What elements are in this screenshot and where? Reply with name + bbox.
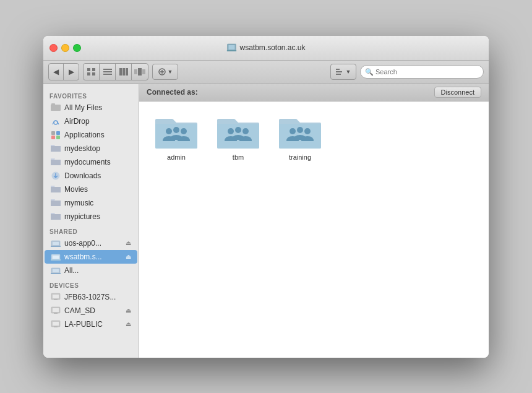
- svg-rect-9: [103, 74, 112, 75]
- connected-as-label: Connected as:: [147, 88, 198, 97]
- back-button[interactable]: ◀: [49, 64, 64, 80]
- folder-label: tbm: [233, 153, 244, 161]
- sidebar-item-uos-app[interactable]: uos-app0... ⏏: [45, 236, 137, 250]
- downloads-icon: [51, 171, 61, 181]
- sidebar-item-mypictures[interactable]: mypictures: [45, 210, 137, 223]
- eject-icon[interactable]: ⏏: [126, 321, 131, 327]
- network-icon: [51, 238, 61, 248]
- applications-icon: [51, 130, 61, 140]
- forward-button[interactable]: ▶: [64, 64, 79, 80]
- shared-folder-icon: [154, 114, 199, 150]
- svg-rect-44: [54, 313, 58, 314]
- sidebar-item-label: mydesktop: [64, 144, 100, 153]
- svg-rect-4: [92, 68, 95, 71]
- airdrop-icon: [51, 116, 61, 126]
- svg-rect-13: [134, 69, 137, 74]
- main-area: FAVORITES All My Files AirDrop: [43, 84, 489, 358]
- window-title: wsatbm.soton.ac.uk: [226, 43, 305, 53]
- svg-rect-34: [53, 256, 59, 259]
- svg-rect-15: [142, 69, 145, 74]
- sidebar-item-airdrop[interactable]: AirDrop: [45, 114, 137, 128]
- svg-rect-21: [336, 74, 341, 75]
- svg-rect-26: [56, 131, 60, 135]
- search-input[interactable]: [375, 68, 478, 76]
- svg-rect-37: [53, 269, 59, 272]
- folder-label: admin: [167, 153, 186, 161]
- svg-rect-22: [51, 105, 61, 111]
- disconnect-button[interactable]: Disconnect: [434, 87, 481, 98]
- sidebar-item-label: Movies: [64, 185, 88, 194]
- sidebar-item-all[interactable]: All...: [45, 264, 137, 277]
- search-icon: 🔍: [365, 68, 374, 76]
- search-box[interactable]: 🔍: [360, 65, 484, 79]
- svg-rect-27: [51, 136, 55, 139]
- sidebar-item-label: mydocuments: [64, 158, 111, 166]
- sidebar-item-label: Downloads: [64, 171, 101, 180]
- sidebar-item-label: mypictures: [64, 212, 100, 221]
- svg-rect-46: [53, 322, 59, 326]
- sidebar-item-downloads[interactable]: Downloads: [45, 169, 137, 183]
- svg-rect-28: [56, 136, 60, 139]
- eject-icon[interactable]: ⏏: [126, 307, 131, 314]
- arrange-button[interactable]: ▼: [330, 64, 356, 80]
- maximize-button[interactable]: [73, 44, 81, 52]
- sidebar-item-label: uos-app0...: [64, 239, 101, 248]
- svg-rect-23: [51, 103, 55, 105]
- svg-rect-8: [103, 71, 112, 72]
- shared-section-label: SHARED: [43, 223, 139, 236]
- svg-point-51: [228, 128, 234, 134]
- sidebar-item-wsatbm[interactable]: wsatbm.s... ⏏: [45, 250, 137, 264]
- window-icon: [226, 43, 236, 53]
- sidebar-item-label: AirDrop: [64, 117, 90, 126]
- folder-item-admin[interactable]: admin: [152, 114, 201, 161]
- view-buttons: [83, 63, 148, 80]
- sidebar-item-all-my-files[interactable]: All My Files: [45, 101, 137, 114]
- sidebar-item-label: LA-PUBLIC: [64, 320, 103, 329]
- svg-rect-35: [51, 259, 61, 261]
- device-icon: [51, 292, 61, 302]
- toolbar: ◀ ▶ ▼: [43, 61, 489, 84]
- svg-point-55: [297, 127, 303, 133]
- svg-rect-32: [51, 246, 61, 247]
- sidebar-item-mymusic[interactable]: mymusic: [45, 196, 137, 210]
- sidebar-item-applications[interactable]: Applications: [45, 128, 137, 142]
- svg-rect-10: [119, 68, 122, 76]
- devices-section-label: DEVICES: [43, 277, 139, 290]
- svg-rect-12: [126, 68, 128, 76]
- eject-icon[interactable]: ⏏: [126, 253, 131, 260]
- sidebar-item-la-public[interactable]: LA-PUBLIC ⏏: [45, 317, 137, 331]
- sidebar-item-label: All...: [64, 266, 79, 275]
- svg-rect-40: [53, 295, 59, 298]
- folder-icon: [51, 184, 61, 194]
- icon-view-button[interactable]: [84, 64, 100, 80]
- folder-icon: [51, 198, 61, 208]
- svg-point-50: [181, 128, 187, 134]
- svg-rect-38: [51, 273, 61, 274]
- svg-rect-20: [336, 71, 342, 72]
- action-button[interactable]: ▼: [152, 64, 178, 80]
- finder-window: wsatbm.soton.ac.uk ◀ ▶: [43, 36, 489, 358]
- favorites-section-label: FAVORITES: [43, 88, 139, 101]
- svg-rect-7: [103, 69, 112, 70]
- minimize-button[interactable]: [61, 44, 69, 52]
- coverflow-view-button[interactable]: [132, 64, 148, 80]
- column-view-button[interactable]: [116, 64, 132, 80]
- sidebar-item-cam-sd[interactable]: CAM_SD ⏏: [45, 304, 137, 317]
- all-my-files-icon: [51, 103, 61, 113]
- svg-rect-43: [53, 308, 59, 312]
- close-button[interactable]: [49, 44, 58, 52]
- content-area: Connected as: Disconnect: [139, 84, 489, 358]
- folder-item-tbm[interactable]: tbm: [213, 114, 263, 161]
- traffic-lights: [43, 44, 81, 52]
- list-view-button[interactable]: [100, 64, 116, 80]
- svg-rect-1: [228, 45, 234, 50]
- sidebar-item-jfb63[interactable]: JFB63-1027S...: [45, 290, 137, 304]
- eject-icon[interactable]: ⏏: [126, 240, 131, 246]
- svg-rect-31: [53, 242, 59, 245]
- svg-point-54: [290, 128, 296, 134]
- sidebar-item-movies[interactable]: Movies: [45, 183, 137, 196]
- sidebar-item-mydesktop[interactable]: mydesktop: [45, 142, 137, 155]
- folder-item-training[interactable]: training: [275, 114, 325, 161]
- sidebar-item-mydocuments[interactable]: mydocuments: [45, 155, 137, 169]
- svg-point-49: [173, 127, 179, 133]
